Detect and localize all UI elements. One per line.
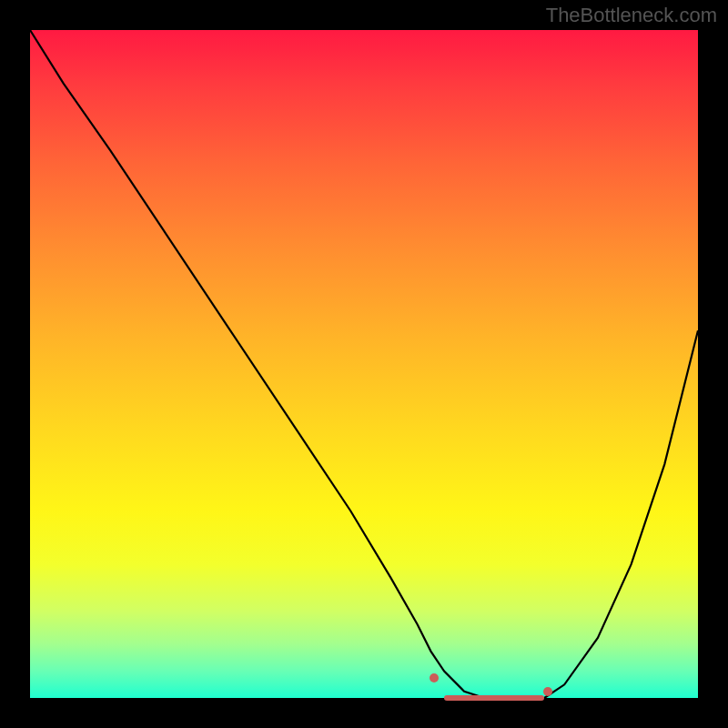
watermark-text: TheBottleneck.com xyxy=(546,4,717,27)
bottleneck-curve xyxy=(30,30,698,698)
highlight-dot xyxy=(543,687,552,696)
highlight-dot xyxy=(430,673,439,682)
plot-area xyxy=(30,30,698,698)
optimal-range-segment xyxy=(444,695,544,701)
